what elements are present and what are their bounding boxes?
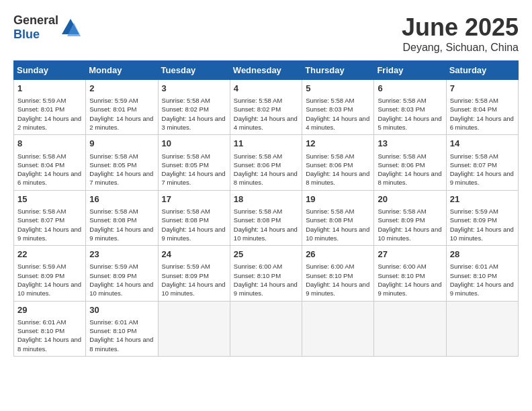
table-row: 30 Sunrise: 6:01 AMSunset: 8:10 PMDaylig…: [86, 301, 158, 356]
day-info: Sunrise: 5:59 AMSunset: 8:09 PMDaylight:…: [162, 262, 226, 298]
weekday-header-row: Sunday Monday Tuesday Wednesday Thursday…: [14, 61, 519, 80]
title-area: June 2025 Deyang, Sichuan, China: [402, 13, 519, 54]
day-number: 14: [450, 138, 515, 150]
day-number: 7: [450, 83, 515, 95]
day-number: 16: [89, 193, 154, 205]
header-friday: Friday: [374, 61, 446, 80]
day-info: Sunrise: 5:58 AMSunset: 8:08 PMDaylight:…: [234, 207, 298, 242]
day-number: 22: [17, 248, 82, 261]
day-info: Sunrise: 5:58 AMSunset: 8:07 PMDaylight:…: [450, 152, 515, 187]
table-row: 21 Sunrise: 5:59 AMSunset: 8:09 PMDaylig…: [446, 190, 518, 245]
calendar-week-row: 15 Sunrise: 5:58 AMSunset: 8:07 PMDaylig…: [14, 190, 519, 245]
day-info: Sunrise: 5:58 AMSunset: 8:05 PMDaylight:…: [162, 152, 226, 187]
table-row: 29 Sunrise: 6:01 AMSunset: 8:10 PMDaylig…: [14, 301, 86, 356]
table-row: 15 Sunrise: 5:58 AMSunset: 8:07 PMDaylig…: [14, 190, 86, 245]
day-info: Sunrise: 6:00 AMSunset: 8:10 PMDaylight:…: [234, 262, 298, 298]
day-info: Sunrise: 5:58 AMSunset: 8:07 PMDaylight:…: [17, 207, 82, 242]
day-info: Sunrise: 5:58 AMSunset: 8:06 PMDaylight:…: [378, 152, 442, 187]
logo-blue: Blue: [13, 28, 40, 41]
day-number: 18: [234, 193, 298, 205]
day-number: 28: [450, 248, 515, 261]
header: General Blue June 2025 Deyang, Sichuan, …: [13, 13, 519, 54]
table-row: 17 Sunrise: 5:58 AMSunset: 8:08 PMDaylig…: [158, 190, 230, 245]
table-row: 1 Sunrise: 5:59 AMSunset: 8:01 PMDayligh…: [14, 80, 86, 135]
day-number: 27: [378, 248, 442, 261]
table-row: 20 Sunrise: 5:58 AMSunset: 8:09 PMDaylig…: [374, 190, 446, 245]
logo-general: General: [13, 13, 58, 27]
day-number: 24: [162, 248, 226, 261]
table-row: 2 Sunrise: 5:59 AMSunset: 8:01 PMDayligh…: [86, 80, 158, 135]
header-wednesday: Wednesday: [230, 61, 302, 80]
table-row: 13 Sunrise: 5:58 AMSunset: 8:06 PMDaylig…: [374, 135, 446, 190]
day-number: 25: [234, 248, 298, 261]
day-info: Sunrise: 5:58 AMSunset: 8:06 PMDaylight:…: [234, 152, 298, 187]
day-number: 12: [306, 138, 370, 150]
day-info: Sunrise: 5:58 AMSunset: 8:05 PMDaylight:…: [89, 152, 154, 187]
table-row: [374, 301, 446, 356]
day-info: Sunrise: 5:58 AMSunset: 8:04 PMDaylight:…: [450, 96, 515, 132]
table-row: 23 Sunrise: 5:59 AMSunset: 8:09 PMDaylig…: [86, 246, 158, 301]
table-row: [158, 301, 230, 356]
day-info: Sunrise: 5:59 AMSunset: 8:09 PMDaylight:…: [17, 262, 82, 298]
table-row: 22 Sunrise: 5:59 AMSunset: 8:09 PMDaylig…: [14, 246, 86, 301]
table-row: 11 Sunrise: 5:58 AMSunset: 8:06 PMDaylig…: [230, 135, 302, 190]
day-info: Sunrise: 5:58 AMSunset: 8:03 PMDaylight:…: [306, 96, 370, 132]
day-info: Sunrise: 5:59 AMSunset: 8:01 PMDaylight:…: [17, 96, 82, 132]
day-info: Sunrise: 5:58 AMSunset: 8:08 PMDaylight:…: [89, 207, 154, 242]
header-saturday: Saturday: [446, 61, 518, 80]
table-row: [230, 301, 302, 356]
table-row: 16 Sunrise: 5:58 AMSunset: 8:08 PMDaylig…: [86, 190, 158, 245]
day-info: Sunrise: 6:01 AMSunset: 8:10 PMDaylight:…: [450, 262, 515, 298]
logo-wordmark: General Blue: [13, 13, 58, 42]
table-row: 5 Sunrise: 5:58 AMSunset: 8:03 PMDayligh…: [302, 80, 374, 135]
logo: General Blue: [13, 13, 81, 42]
day-number: 20: [378, 193, 442, 205]
day-number: 11: [234, 138, 298, 150]
day-number: 29: [17, 304, 82, 316]
day-info: Sunrise: 5:59 AMSunset: 8:01 PMDaylight:…: [89, 96, 154, 132]
table-row: 3 Sunrise: 5:58 AMSunset: 8:02 PMDayligh…: [158, 80, 230, 135]
day-info: Sunrise: 6:00 AMSunset: 8:10 PMDaylight:…: [378, 262, 442, 298]
table-row: 28 Sunrise: 6:01 AMSunset: 8:10 PMDaylig…: [446, 246, 518, 301]
day-info: Sunrise: 6:00 AMSunset: 8:10 PMDaylight:…: [306, 262, 370, 298]
day-info: Sunrise: 5:59 AMSunset: 8:09 PMDaylight:…: [89, 262, 154, 298]
day-number: 10: [162, 138, 226, 150]
calendar: Sunday Monday Tuesday Wednesday Thursday…: [13, 60, 519, 357]
table-row: 9 Sunrise: 5:58 AMSunset: 8:05 PMDayligh…: [86, 135, 158, 190]
day-info: Sunrise: 5:58 AMSunset: 8:06 PMDaylight:…: [306, 152, 370, 187]
day-info: Sunrise: 5:58 AMSunset: 8:02 PMDaylight:…: [234, 96, 298, 132]
day-number: 17: [162, 193, 226, 205]
calendar-week-row: 22 Sunrise: 5:59 AMSunset: 8:09 PMDaylig…: [14, 246, 519, 301]
day-info: Sunrise: 5:59 AMSunset: 8:09 PMDaylight:…: [450, 207, 515, 242]
day-number: 13: [378, 138, 442, 150]
calendar-week-row: 1 Sunrise: 5:59 AMSunset: 8:01 PMDayligh…: [14, 80, 519, 135]
day-info: Sunrise: 5:58 AMSunset: 8:02 PMDaylight:…: [162, 96, 226, 132]
table-row: 10 Sunrise: 5:58 AMSunset: 8:05 PMDaylig…: [158, 135, 230, 190]
day-number: 2: [89, 83, 154, 95]
header-monday: Monday: [86, 61, 158, 80]
day-number: 9: [89, 138, 154, 150]
table-row: 4 Sunrise: 5:58 AMSunset: 8:02 PMDayligh…: [230, 80, 302, 135]
day-info: Sunrise: 5:58 AMSunset: 8:09 PMDaylight:…: [378, 207, 442, 242]
day-info: Sunrise: 6:01 AMSunset: 8:10 PMDaylight:…: [17, 318, 82, 353]
day-info: Sunrise: 5:58 AMSunset: 8:03 PMDaylight:…: [378, 96, 442, 132]
table-row: 6 Sunrise: 5:58 AMSunset: 8:03 PMDayligh…: [374, 80, 446, 135]
table-row: 18 Sunrise: 5:58 AMSunset: 8:08 PMDaylig…: [230, 190, 302, 245]
header-sunday: Sunday: [14, 61, 86, 80]
table-row: 7 Sunrise: 5:58 AMSunset: 8:04 PMDayligh…: [446, 80, 518, 135]
day-info: Sunrise: 5:58 AMSunset: 8:08 PMDaylight:…: [306, 207, 370, 242]
header-tuesday: Tuesday: [158, 61, 230, 80]
table-row: 25 Sunrise: 6:00 AMSunset: 8:10 PMDaylig…: [230, 246, 302, 301]
table-row: 24 Sunrise: 5:59 AMSunset: 8:09 PMDaylig…: [158, 246, 230, 301]
table-row: 12 Sunrise: 5:58 AMSunset: 8:06 PMDaylig…: [302, 135, 374, 190]
calendar-week-row: 29 Sunrise: 6:01 AMSunset: 8:10 PMDaylig…: [14, 301, 519, 356]
day-number: 8: [17, 138, 82, 150]
location-title: Deyang, Sichuan, China: [402, 42, 519, 54]
day-number: 30: [89, 304, 154, 316]
day-number: 1: [17, 83, 82, 95]
day-number: 23: [89, 248, 154, 261]
table-row: 8 Sunrise: 5:58 AMSunset: 8:04 PMDayligh…: [14, 135, 86, 190]
calendar-week-row: 8 Sunrise: 5:58 AMSunset: 8:04 PMDayligh…: [14, 135, 519, 190]
day-number: 26: [306, 248, 370, 261]
table-row: 27 Sunrise: 6:00 AMSunset: 8:10 PMDaylig…: [374, 246, 446, 301]
